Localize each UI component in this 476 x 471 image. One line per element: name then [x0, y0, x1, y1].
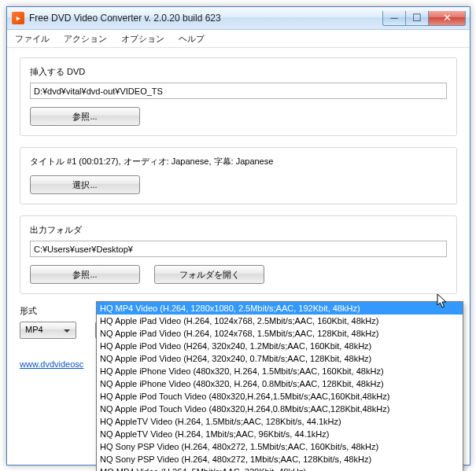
insert-dvd-group: 挿入する DVD 参照... [20, 57, 457, 136]
menu-options[interactable]: オプション [121, 33, 164, 45]
preset-option[interactable]: HQ Sony PSP Video (H.264, 480x272, 1.5Mb… [97, 440, 463, 453]
browse-output-button[interactable]: 参照... [30, 265, 140, 284]
format-combo[interactable]: MP4 [20, 322, 76, 339]
output-path-input[interactable] [30, 241, 447, 257]
title-info-text: タイトル #1 (00:01:27), オーディオ: Japanese, 字幕:… [30, 156, 447, 167]
website-link[interactable]: www.dvdvideosc [20, 359, 83, 369]
preset-option[interactable]: HQ MP4 Video (H.264, 1280x1080, 2.5Mbit/… [97, 302, 463, 315]
browse-dvd-button[interactable]: 参照... [30, 107, 140, 126]
preset-option[interactable]: NQ Apple iPod Touch Video (480x320,H.264… [97, 403, 463, 415]
minimize-button[interactable]: ─ [382, 11, 406, 26]
preset-option[interactable]: NQ Apple iPhone Video (480x320, H.264, 0… [97, 377, 463, 390]
preset-option[interactable]: NQ Sony PSP Video (H.264, 480x272, 1Mbit… [97, 453, 463, 465]
preset-option[interactable]: NQ Apple iPod Video (H264, 320x240, 0.7M… [97, 352, 463, 365]
select-title-button[interactable]: 選択... [30, 175, 140, 194]
menu-help[interactable]: ヘルプ [179, 33, 205, 45]
window-title: Free DVD Video Converter v. 2.0.20 build… [29, 13, 221, 24]
preset-option[interactable]: MQ MP4 Video (H.264, 5Mbit/s;AAC, 320Kbi… [97, 465, 463, 471]
menu-file[interactable]: ファイル [15, 33, 50, 45]
close-button[interactable]: ✕ [429, 11, 466, 26]
menubar: ファイル アクション オプション ヘルプ [7, 30, 470, 48]
title-group: タイトル #1 (00:01:27), オーディオ: Japanese, 字幕:… [20, 147, 457, 204]
output-folder-label: 出力フォルダ [30, 224, 447, 236]
titlebar[interactable]: ▸ Free DVD Video Converter v. 2.0.20 bui… [7, 7, 470, 30]
insert-dvd-label: 挿入する DVD [30, 66, 447, 78]
preset-option[interactable]: NQ AppleTV Video (H.264, 1Mbit/s;AAC, 96… [97, 428, 463, 440]
preset-option[interactable]: HQ Apple iPod Touch Video (480x320,H.264… [97, 390, 463, 403]
app-icon: ▸ [12, 12, 24, 24]
output-group: 出力フォルダ 参照... フォルダを開く [20, 215, 457, 294]
preset-option[interactable]: HQ Apple iPod Video (H264, 320x240, 1.2M… [97, 340, 463, 352]
format-label: 形式 [20, 305, 76, 317]
menu-action[interactable]: アクション [64, 33, 107, 45]
preset-option[interactable]: HQ Apple iPad Video (H.264, 1024x768, 2.… [97, 315, 463, 327]
preset-option[interactable]: NQ Apple iPad Video (H.264, 1024x768, 1.… [97, 327, 463, 340]
preset-dropdown-list[interactable]: HQ MP4 Video (H.264, 1280x1080, 2.5Mbit/… [96, 301, 463, 471]
maximize-button[interactable]: ☐ [406, 11, 429, 26]
preset-option[interactable]: HQ Apple iPhone Video (480x320, H.264, 1… [97, 365, 463, 377]
preset-option[interactable]: HQ AppleTV Video (H.264, 1.5Mbit/s;AAC, … [97, 415, 463, 428]
open-folder-button[interactable]: フォルダを開く [154, 265, 264, 284]
dvd-path-input[interactable] [30, 83, 447, 99]
